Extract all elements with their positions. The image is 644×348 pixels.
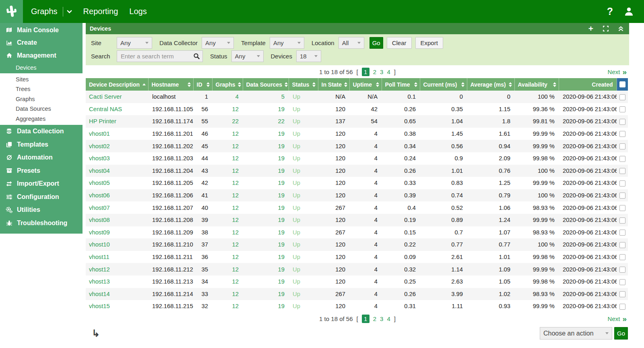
device-link[interactable]: vhost02 xyxy=(89,143,110,149)
graphs-link[interactable]: 12 xyxy=(232,254,239,260)
sidebar-item-templates[interactable]: Templates xyxy=(0,138,83,151)
collapse-panel-icon[interactable] xyxy=(618,26,623,31)
go-button[interactable]: Go xyxy=(369,37,383,49)
sidebar-item-create[interactable]: Create xyxy=(0,37,83,50)
graphs-link[interactable]: 12 xyxy=(232,168,239,174)
graphs-link[interactable]: 12 xyxy=(232,130,239,137)
row-checkbox[interactable] xyxy=(619,143,625,149)
graphs-link[interactable]: 12 xyxy=(232,143,239,149)
sidebar-item-main-console[interactable]: Main Console xyxy=(0,24,83,37)
data-sources-link[interactable]: 19 xyxy=(278,180,285,186)
sidebar-item-aggregates[interactable]: Aggregates xyxy=(0,114,83,124)
sidebar-item-trees[interactable]: Trees xyxy=(0,84,83,94)
next-page-button[interactable]: Next » xyxy=(608,65,627,78)
graphs-link[interactable]: 12 xyxy=(232,106,239,112)
device-link[interactable]: vhost08 xyxy=(89,217,110,223)
device-link[interactable]: Central NAS xyxy=(89,106,122,112)
site-select[interactable]: Any xyxy=(117,37,152,49)
column-header-current-ms[interactable]: Current (ms) xyxy=(420,78,467,91)
column-header-graphs[interactable]: Graphs xyxy=(212,78,243,91)
column-header-status[interactable]: Status xyxy=(289,78,318,91)
data-collector-select[interactable]: Any xyxy=(202,37,234,49)
column-header-id[interactable]: ID xyxy=(193,78,212,91)
page-link[interactable]: 3 xyxy=(380,68,383,75)
graphs-link[interactable]: 12 xyxy=(232,291,239,297)
tab-logs[interactable]: Logs xyxy=(124,0,152,23)
graphs-link[interactable]: 12 xyxy=(232,180,239,186)
graphs-link[interactable]: 12 xyxy=(232,192,239,199)
location-select[interactable]: All xyxy=(339,37,364,49)
column-header-availability[interactable]: Availability xyxy=(514,78,559,91)
device-link[interactable]: vhost15 xyxy=(89,303,110,309)
graphs-link[interactable]: 12 xyxy=(232,241,239,248)
row-checkbox[interactable] xyxy=(619,193,625,199)
data-sources-link[interactable]: 19 xyxy=(278,143,285,149)
row-checkbox[interactable] xyxy=(619,291,625,297)
row-checkbox[interactable] xyxy=(619,267,625,273)
sidebar-item-devices-selected[interactable]: Devices xyxy=(0,62,83,73)
data-sources-link[interactable]: 19 xyxy=(278,192,285,199)
device-link[interactable]: vhost07 xyxy=(89,205,110,211)
column-header-data-sources[interactable]: Data Sources xyxy=(243,78,289,91)
device-link[interactable]: vhost04 xyxy=(89,168,110,174)
action-go-button[interactable]: Go xyxy=(614,327,628,340)
data-sources-link[interactable]: 19 xyxy=(278,130,285,137)
device-link[interactable]: vhost10 xyxy=(89,241,110,248)
sidebar-item-configuration[interactable]: Configuration xyxy=(0,191,83,204)
data-sources-link[interactable]: 19 xyxy=(278,106,285,112)
row-checkbox[interactable] xyxy=(619,168,625,174)
row-checkbox[interactable] xyxy=(619,304,625,310)
graphs-link[interactable]: 12 xyxy=(232,303,239,309)
sidebar-item-troubleshooting[interactable]: Troubleshooting xyxy=(0,217,83,230)
data-sources-link[interactable]: 19 xyxy=(278,217,285,223)
sidebar-item-management[interactable]: Management xyxy=(0,49,83,62)
data-sources-link[interactable]: 19 xyxy=(278,266,285,273)
tab-graphs[interactable]: Graphs xyxy=(25,0,78,23)
column-header-in-state[interactable]: In State xyxy=(318,78,349,91)
data-sources-link[interactable]: 19 xyxy=(278,254,285,260)
row-checkbox[interactable] xyxy=(619,205,625,211)
select-all-checkbox[interactable] xyxy=(619,81,625,87)
tab-reporting[interactable]: Reporting xyxy=(78,0,124,23)
graphs-link[interactable]: 4 xyxy=(235,93,239,100)
row-checkbox[interactable] xyxy=(619,119,625,125)
page-link[interactable]: 2 xyxy=(373,68,376,75)
sidebar-item-sites[interactable]: Sites xyxy=(0,75,83,85)
row-checkbox[interactable] xyxy=(619,254,625,260)
device-link[interactable]: vhost01 xyxy=(89,130,110,137)
data-sources-link[interactable]: 19 xyxy=(278,291,285,297)
row-checkbox[interactable] xyxy=(619,156,625,162)
row-checkbox[interactable] xyxy=(619,218,625,224)
export-button[interactable]: Export xyxy=(415,37,443,49)
status-select[interactable]: Any xyxy=(231,50,264,62)
data-sources-link[interactable]: 19 xyxy=(278,241,285,248)
sidebar-item-import-export[interactable]: Import/Export xyxy=(0,177,83,191)
page-link[interactable]: 2 xyxy=(373,315,376,322)
row-checkbox[interactable] xyxy=(619,106,625,112)
device-link[interactable]: vhost03 xyxy=(89,155,110,162)
page-link[interactable]: 3 xyxy=(380,315,383,322)
column-header-device-description[interactable]: Device Description xyxy=(86,78,148,91)
device-link[interactable]: vhost13 xyxy=(89,278,110,285)
sidebar-item-data-collection[interactable]: Data Collection xyxy=(0,125,83,138)
user-icon[interactable] xyxy=(623,6,634,17)
graphs-link[interactable]: 12 xyxy=(232,217,239,223)
sidebar-item-presets[interactable]: Presets xyxy=(0,164,83,178)
devices-count-select[interactable]: 18 xyxy=(296,50,321,62)
device-link[interactable]: vhost14 xyxy=(89,291,110,297)
row-checkbox[interactable] xyxy=(619,279,625,285)
row-checkbox[interactable] xyxy=(619,180,625,186)
sidebar-item-utilities[interactable]: Utilities xyxy=(0,203,83,217)
column-header-uptime[interactable]: Uptime xyxy=(349,78,382,91)
sidebar-item-data-sources[interactable]: Data Sources xyxy=(0,104,83,114)
action-select[interactable]: Choose an action xyxy=(540,327,612,340)
data-sources-link[interactable]: 19 xyxy=(278,278,285,285)
fullscreen-icon[interactable] xyxy=(603,26,609,31)
page-link[interactable]: 4 xyxy=(387,68,390,75)
device-link[interactable]: Cacti Server xyxy=(89,93,122,100)
help-icon[interactable]: ? xyxy=(607,6,613,17)
column-header-created[interactable]: Created xyxy=(559,78,617,91)
device-link[interactable]: vhost12 xyxy=(89,266,110,273)
sidebar-item-graphs[interactable]: Graphs xyxy=(0,94,83,104)
page-current[interactable]: 1 xyxy=(362,68,369,76)
